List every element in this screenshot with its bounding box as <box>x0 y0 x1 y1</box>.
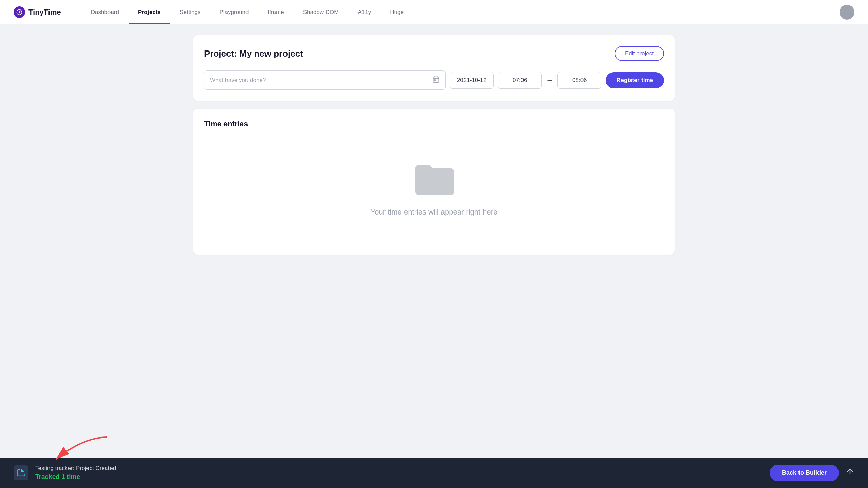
bottom-left: Testing tracker: Project Created Tracked… <box>14 465 116 481</box>
project-header: Project: My new project Edit project <box>204 46 664 61</box>
nav-item-settings[interactable]: Settings <box>170 1 210 24</box>
register-time-button[interactable]: Register time <box>606 72 664 88</box>
start-time-input[interactable]: 07:06 <box>498 72 542 89</box>
arrow-icon: → <box>546 76 553 85</box>
bottom-info: Testing tracker: Project Created Tracked… <box>35 465 116 481</box>
svg-line-2 <box>19 12 20 13</box>
project-card: Project: My new project Edit project Wha… <box>193 35 675 101</box>
nav-item-dashboard[interactable]: Dashboard <box>81 1 129 24</box>
back-to-builder-button[interactable]: Back to Builder <box>770 465 839 481</box>
red-arrow <box>53 434 114 466</box>
folder-icon <box>412 160 456 197</box>
bottom-right: Back to Builder <box>770 465 854 481</box>
bottom-icon <box>14 465 28 480</box>
nav-links: Dashboard Projects Settings Playground I… <box>81 1 840 24</box>
bottom-bar: Testing tracker: Project Created Tracked… <box>0 458 868 488</box>
navbar: TinyTime Dashboard Projects Settings Pla… <box>0 0 868 24</box>
edit-project-button[interactable]: Edit project <box>615 46 664 61</box>
nav-item-huge[interactable]: Huge <box>380 1 413 24</box>
svg-rect-7 <box>435 80 436 81</box>
logo-icon <box>14 6 25 18</box>
time-entry-row: What have you done? 2021-10-12 07:06 → 0… <box>204 70 664 90</box>
nav-item-shadow-dom[interactable]: Shadow DOM <box>294 1 349 24</box>
bottom-label: Testing tracker: Project Created <box>35 465 116 472</box>
time-entries-card: Time entries Your time entries will appe… <box>193 109 675 255</box>
description-placeholder: What have you done? <box>210 77 266 84</box>
nav-item-playground[interactable]: Playground <box>210 1 258 24</box>
nav-item-a11y[interactable]: A11y <box>349 1 381 24</box>
date-input[interactable]: 2021-10-12 <box>450 72 494 89</box>
section-title: Time entries <box>204 120 664 128</box>
empty-state: Your time entries will appear right here <box>204 139 664 244</box>
empty-text: Your time entries will appear right here <box>371 208 498 217</box>
svg-rect-3 <box>433 77 439 83</box>
tracked-label: Tracked 1 time <box>35 473 116 481</box>
main-content: Project: My new project Edit project Wha… <box>180 24 688 458</box>
logo-text: TinyTime <box>28 8 61 17</box>
folder-icon-wrapper <box>412 160 456 198</box>
nav-item-projects[interactable]: Projects <box>129 1 170 24</box>
calendar-icon <box>432 76 440 85</box>
project-title: Project: My new project <box>204 48 303 59</box>
avatar[interactable] <box>840 5 854 20</box>
logo[interactable]: TinyTime <box>14 6 61 18</box>
upload-icon-button[interactable] <box>846 467 854 478</box>
end-time-input[interactable]: 08:06 <box>557 72 601 89</box>
nav-item-iframe[interactable]: Iframe <box>258 1 294 24</box>
description-input[interactable]: What have you done? <box>204 70 446 90</box>
